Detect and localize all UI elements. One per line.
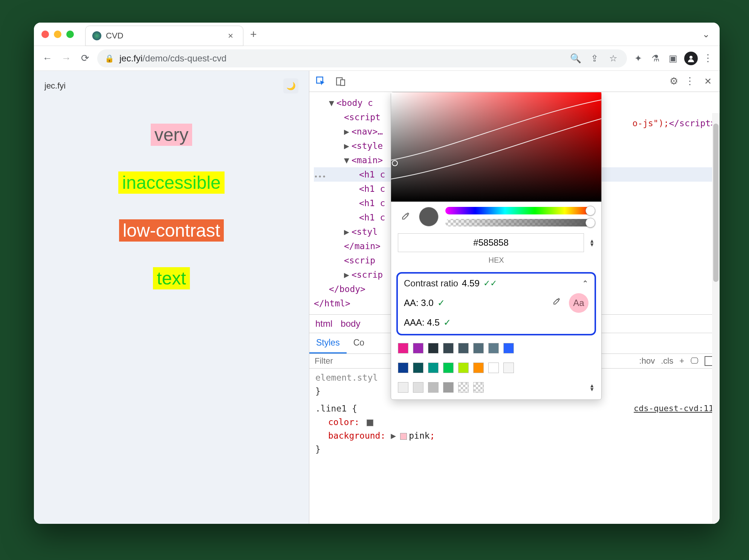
palette-swatch[interactable] xyxy=(428,343,439,353)
print-icon[interactable]: 🖵 xyxy=(690,356,699,366)
color-swatch[interactable] xyxy=(367,419,373,426)
devtools-toolbar: ⚙ ⋮ ✕ xyxy=(309,71,720,92)
palette-swatch[interactable] xyxy=(398,382,408,393)
bookmark-star-icon[interactable]: ☆ xyxy=(607,52,619,64)
palette-swatch[interactable] xyxy=(473,382,484,393)
palette-swatch[interactable] xyxy=(398,363,408,373)
palette-swatch[interactable] xyxy=(458,363,469,373)
aa-label: AA: 3.0 xyxy=(404,298,434,308)
cls-toggle[interactable]: .cls xyxy=(661,356,673,366)
palette-swatch[interactable] xyxy=(413,363,423,373)
current-color-swatch xyxy=(419,207,439,226)
devtools-scrollbar[interactable] xyxy=(712,113,720,524)
tab-title: CVD xyxy=(106,31,220,41)
forward-button[interactable]: → xyxy=(60,52,73,65)
palette-swatch[interactable] xyxy=(443,363,454,373)
address-bar: ← → ⟳ 🔒 jec.fyi/demo/cds-quest-cvd 🔍 ⇪ ☆… xyxy=(34,46,720,71)
palette-swatch[interactable] xyxy=(488,363,499,373)
hex-label: HEX xyxy=(391,256,601,269)
palette-swatch[interactable] xyxy=(458,343,469,353)
browser-window: CVD × + ⌄ ← → ⟳ 🔒 jec.fyi/demo/cds-quest… xyxy=(34,23,720,524)
profile-avatar[interactable] xyxy=(684,52,698,65)
tabs-overflow-chevron-icon[interactable]: ⌄ xyxy=(700,27,712,42)
palette-swatch[interactable] xyxy=(458,382,469,393)
palette-swatch[interactable] xyxy=(473,343,484,353)
zoom-icon[interactable]: 🔍 xyxy=(570,52,582,64)
hue-slider[interactable] xyxy=(445,207,595,214)
close-window-button[interactable] xyxy=(41,31,49,38)
content-area: jec.fyi 🌙 very inaccessible low-contrast… xyxy=(34,71,720,524)
palette-swatch[interactable] xyxy=(443,382,454,393)
demo-line-2: inaccessible xyxy=(118,171,224,194)
color-picker-popover: ▲▼ HEX Contrast ratio 4.59 ✓✓ ⌃ AA: 3.0 … xyxy=(391,92,602,400)
color-palette: ▲▼ xyxy=(391,338,601,399)
check-icon: ✓ xyxy=(443,317,451,328)
palette-swatch[interactable] xyxy=(473,363,484,373)
palette-swatch[interactable] xyxy=(428,382,439,393)
omnibox[interactable]: 🔒 jec.fyi/demo/cds-quest-cvd 🔍 ⇪ ☆ xyxy=(97,49,627,67)
devtools-close-icon[interactable]: ✕ xyxy=(702,75,714,88)
inspect-element-icon[interactable] xyxy=(315,75,327,88)
labs-flask-icon[interactable]: ⚗ xyxy=(650,52,662,64)
reload-button[interactable]: ⟳ xyxy=(78,52,92,65)
rendered-page: jec.fyi 🌙 very inaccessible low-contrast… xyxy=(34,71,309,524)
minimize-window-button[interactable] xyxy=(54,31,61,38)
script-fragment: o-js");</script> xyxy=(632,118,716,128)
eyedropper-icon[interactable] xyxy=(398,210,412,224)
palette-swatch[interactable] xyxy=(413,382,423,393)
svg-point-0 xyxy=(689,56,692,59)
browser-menu-icon[interactable]: ⋮ xyxy=(703,52,713,64)
contrast-collapse-chevron-icon[interactable]: ⌃ xyxy=(582,279,588,288)
side-panel-icon[interactable]: ▣ xyxy=(667,52,679,64)
contrast-ratio-section: Contrast ratio 4.59 ✓✓ ⌃ AA: 3.0 ✓ Aa xyxy=(396,272,596,335)
extensions-puzzle-icon[interactable]: ✦ xyxy=(632,52,644,64)
settings-gear-icon[interactable]: ⚙ xyxy=(670,75,678,87)
hex-input[interactable] xyxy=(398,233,584,252)
devtools-menu-icon[interactable]: ⋮ xyxy=(685,75,695,87)
titlebar: CVD × + ⌄ xyxy=(34,23,720,46)
demo-line-4: text xyxy=(153,267,190,289)
demo-line-1: very xyxy=(151,124,193,146)
url-text: jec.fyi/demo/cds-quest-cvd xyxy=(119,53,226,64)
traffic-lights xyxy=(41,31,74,38)
palette-swatch[interactable] xyxy=(503,343,514,353)
saturation-value-field[interactable] xyxy=(391,92,601,202)
format-stepper[interactable]: ▲▼ xyxy=(589,239,595,246)
site-name: jec.fyi xyxy=(44,81,66,91)
tab-favicon xyxy=(92,31,101,40)
close-tab-icon[interactable]: × xyxy=(225,30,236,42)
background-swatch[interactable] xyxy=(400,433,407,440)
back-button[interactable]: ← xyxy=(41,52,54,65)
share-icon[interactable]: ⇪ xyxy=(588,52,601,64)
maximize-window-button[interactable] xyxy=(66,31,74,38)
tab-styles[interactable]: Styles xyxy=(309,333,347,353)
device-toolbar-icon[interactable] xyxy=(334,75,347,88)
hov-toggle[interactable]: :hov xyxy=(639,356,655,366)
palette-swatch[interactable] xyxy=(443,343,454,353)
palette-swatch[interactable] xyxy=(428,363,439,373)
theme-toggle-button[interactable]: 🌙 xyxy=(283,78,298,93)
browser-tab[interactable]: CVD × xyxy=(85,26,243,46)
double-check-icon: ✓✓ xyxy=(483,278,497,288)
contrast-eyedropper-icon[interactable] xyxy=(552,297,561,309)
new-style-plus-icon[interactable]: + xyxy=(679,356,684,366)
source-link[interactable]: cds-quest-cvd:11 xyxy=(634,402,714,415)
aaa-label: AAA: 4.5 xyxy=(404,317,440,328)
palette-stepper[interactable]: ▲▼ xyxy=(589,384,595,391)
palette-swatch[interactable] xyxy=(488,343,499,353)
check-icon: ✓ xyxy=(437,298,445,308)
palette-swatch[interactable] xyxy=(398,343,408,353)
new-tab-button[interactable]: + xyxy=(250,28,257,41)
svg-rect-3 xyxy=(341,80,345,85)
demo-line-3: low-contrast xyxy=(119,219,224,242)
contrast-sample-badge: Aa xyxy=(569,293,588,313)
alpha-slider[interactable] xyxy=(445,219,595,226)
contrast-value: 4.59 xyxy=(462,278,480,289)
palette-swatch[interactable] xyxy=(413,343,423,353)
devtools-panel: ⚙ ⋮ ✕ o-js");</script> ▼<body c <script … xyxy=(309,71,720,524)
lock-icon: 🔒 xyxy=(105,54,114,63)
palette-swatch[interactable] xyxy=(503,363,514,373)
tab-computed[interactable]: Co xyxy=(347,333,371,353)
sv-thumb[interactable] xyxy=(392,160,398,166)
